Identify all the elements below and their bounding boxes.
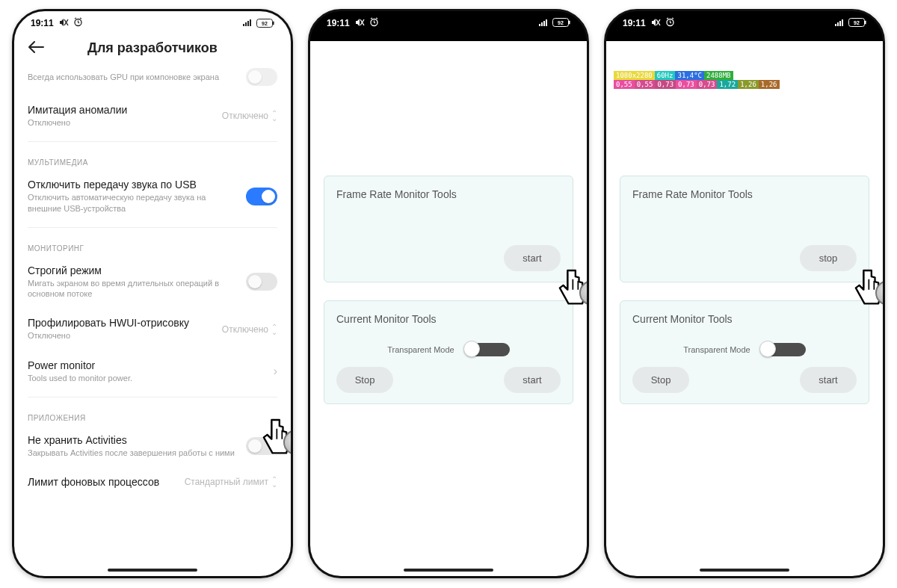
setting-bg-process-limit[interactable]: Лимит фоновых процессов Стандартный лими… bbox=[28, 467, 277, 497]
status-bar: 19:11 92 bbox=[310, 11, 587, 31]
status-time: 19:11 bbox=[623, 18, 646, 28]
alarm-icon bbox=[369, 17, 379, 29]
mute-icon bbox=[58, 18, 69, 29]
settings-list[interactable]: Всегда использовать GPU при компоновке э… bbox=[14, 68, 291, 497]
svg-rect-24 bbox=[837, 22, 839, 26]
chevron-updown-icon: ⌃⌄ bbox=[271, 324, 277, 335]
svg-rect-18 bbox=[569, 20, 570, 24]
status-bar: 19:11 92 bbox=[606, 11, 883, 31]
stop-button[interactable]: Stop bbox=[632, 367, 689, 393]
hwui-value: Отключено ⌃⌄ bbox=[222, 324, 277, 335]
toggle-gpu[interactable] bbox=[246, 68, 277, 86]
overlay-core-6: 1,26 bbox=[738, 80, 759, 89]
start-button[interactable]: start bbox=[504, 245, 561, 271]
card-title: Frame Rate Monitor Tools bbox=[632, 188, 857, 200]
setting-dont-keep-activities[interactable]: Не хранить Activities Закрывать Activiti… bbox=[28, 425, 277, 467]
overlay-core-2: 0,73 bbox=[655, 80, 676, 89]
section-monitoring: МОНИТОРИНГ bbox=[28, 244, 277, 253]
perf-overlay: 1080x228060Hz31,4°C2488MB 0,550,550,730,… bbox=[614, 71, 780, 89]
bg-limit-value: Стандартный лимит ⌃⌄ bbox=[185, 477, 277, 487]
section-multimedia: МУЛЬТИМЕДИА bbox=[28, 158, 277, 167]
mute-icon bbox=[650, 18, 661, 29]
svg-rect-28 bbox=[865, 20, 866, 24]
svg-rect-14 bbox=[541, 22, 543, 26]
setting-strict-mode[interactable]: Строгий режим Мигать экраном во время дл… bbox=[28, 256, 277, 309]
svg-text:92: 92 bbox=[854, 19, 860, 25]
setting-gpu-compositing[interactable]: Всегда использовать GPU при компоновке э… bbox=[28, 68, 277, 95]
toggle-strict[interactable] bbox=[246, 273, 277, 291]
status-time: 19:11 bbox=[31, 18, 54, 28]
mute-icon bbox=[354, 18, 365, 29]
svg-rect-16 bbox=[546, 19, 547, 26]
setting-power-monitor[interactable]: Power monitor Tools used to monitor powe… bbox=[28, 350, 277, 392]
phone-screenshot-1: 19:11 92 Для разработчиков Всегда исполь… bbox=[12, 9, 293, 578]
battery-icon: 92 bbox=[848, 18, 866, 29]
svg-rect-13 bbox=[539, 24, 540, 26]
svg-rect-23 bbox=[835, 24, 836, 26]
status-time: 19:11 bbox=[327, 18, 350, 28]
signal-icon bbox=[243, 18, 253, 28]
phone-screenshot-3: 19:11 92 1080x228060Hz31,4°C2488MB 0,550… bbox=[604, 9, 885, 578]
transparent-mode-label: Transparent Mode bbox=[683, 345, 750, 354]
overlay-memory: 2488MB bbox=[704, 71, 733, 80]
page-header: Для разработчиков bbox=[14, 31, 291, 68]
overlay-refresh: 60Hz bbox=[655, 71, 676, 80]
signal-icon bbox=[835, 18, 845, 28]
phone-screenshot-2: 19:11 92 Frame Rate Monitor Tools start bbox=[308, 9, 589, 578]
card-title: Current Monitor Tools bbox=[632, 313, 857, 325]
overlay-resolution: 1080x2280 bbox=[614, 71, 655, 80]
overlay-temperature: 31,4°C bbox=[675, 71, 704, 80]
overlay-core-0: 0,55 bbox=[614, 80, 635, 89]
signal-icon bbox=[539, 18, 549, 28]
anomaly-value: Отключено ⌃⌄ bbox=[222, 111, 277, 121]
svg-text:92: 92 bbox=[558, 19, 564, 25]
card-title: Frame Rate Monitor Tools bbox=[336, 188, 561, 200]
overlay-core-5: 1,72 bbox=[717, 80, 738, 89]
setting-anomaly-simulation[interactable]: Имитация аномалии Отключено Отключено ⌃⌄ bbox=[28, 95, 277, 137]
svg-text:92: 92 bbox=[262, 21, 268, 26]
section-apps: ПРИЛОЖЕНИЯ bbox=[28, 414, 277, 422]
setting-profile-hwui[interactable]: Профилировать HWUI-отрисовку Отключено О… bbox=[28, 308, 277, 350]
svg-rect-4 bbox=[245, 22, 247, 26]
page-title: Для разработчиков bbox=[14, 40, 291, 56]
start-button[interactable]: start bbox=[504, 367, 561, 393]
svg-rect-5 bbox=[247, 21, 249, 26]
alarm-icon bbox=[665, 17, 675, 29]
battery-icon: 92 bbox=[256, 19, 274, 28]
stop-button[interactable]: Stop bbox=[336, 367, 393, 393]
svg-rect-6 bbox=[250, 19, 251, 26]
svg-rect-3 bbox=[243, 24, 244, 26]
stop-button[interactable]: stop bbox=[800, 245, 857, 271]
overlay-core-4: 0,73 bbox=[697, 80, 718, 89]
battery-icon: 92 bbox=[552, 18, 570, 29]
frame-rate-monitor-card: Frame Rate Monitor Tools start bbox=[324, 176, 573, 282]
setting-disable-usb-audio[interactable]: Отключить передачу звука по USB Отключит… bbox=[28, 170, 277, 223]
current-monitor-card: Current Monitor Tools Transparent Mode S… bbox=[324, 300, 573, 404]
alarm-icon bbox=[73, 17, 83, 29]
toggle-usb-audio[interactable] bbox=[246, 188, 277, 205]
overlay-core-3: 0,73 bbox=[676, 80, 697, 89]
chevron-updown-icon: ⌃⌄ bbox=[271, 111, 277, 121]
transparent-mode-label: Transparent Mode bbox=[387, 345, 454, 354]
current-monitor-card: Current Monitor Tools Transparent Mode S… bbox=[620, 300, 869, 404]
frame-rate-monitor-card: Frame Rate Monitor Tools stop bbox=[620, 176, 869, 282]
back-button[interactable] bbox=[28, 38, 50, 58]
chevron-updown-icon: ⌃⌄ bbox=[271, 477, 277, 487]
chevron-right-icon: › bbox=[274, 365, 277, 378]
svg-rect-26 bbox=[842, 19, 843, 26]
svg-rect-8 bbox=[273, 22, 274, 25]
toggle-activities[interactable] bbox=[246, 437, 277, 455]
start-button[interactable]: start bbox=[800, 367, 857, 393]
transparent-mode-toggle[interactable] bbox=[761, 343, 806, 356]
transparent-mode-toggle[interactable] bbox=[465, 343, 510, 356]
status-bar: 19:11 92 bbox=[14, 11, 291, 31]
svg-rect-25 bbox=[839, 21, 841, 26]
card-title: Current Monitor Tools bbox=[336, 313, 561, 325]
overlay-core-7: 1,26 bbox=[759, 80, 780, 89]
svg-rect-15 bbox=[543, 21, 545, 26]
overlay-core-1: 0,55 bbox=[635, 80, 656, 89]
